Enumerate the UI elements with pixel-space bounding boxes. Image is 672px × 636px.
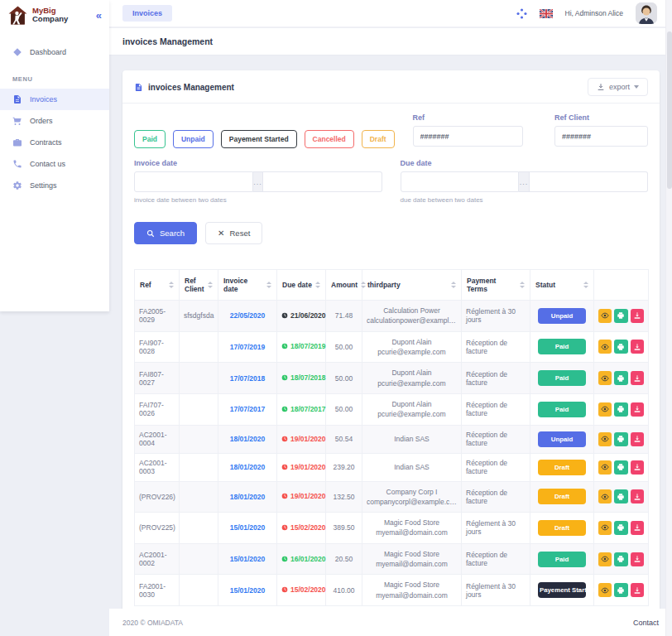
apps-grid-icon[interactable] xyxy=(516,8,527,19)
status-badge: Paid xyxy=(538,552,586,567)
view-button[interactable] xyxy=(598,489,612,504)
download-button[interactable] xyxy=(631,371,644,385)
print-button[interactable] xyxy=(614,460,627,475)
column-header-statut[interactable]: Statut xyxy=(530,270,594,301)
filter-chip-cancelled[interactable]: Cancelled xyxy=(305,130,354,148)
view-button[interactable] xyxy=(598,402,612,417)
search-button[interactable]: Search xyxy=(134,222,197,244)
footer-contact-link[interactable]: Contact xyxy=(633,619,659,627)
print-button[interactable] xyxy=(614,521,627,535)
table-row: FA2001-003015/01/202015/02/2020410.00Mag… xyxy=(135,575,649,606)
clock-icon xyxy=(281,493,288,499)
filter-chip-draft[interactable]: Draft xyxy=(362,130,395,148)
print-button[interactable] xyxy=(614,432,627,446)
topbar-tab-invoices[interactable]: Invoices xyxy=(122,5,172,22)
sidebar-item-orders[interactable]: Orders xyxy=(0,110,109,132)
filter-chip-paid[interactable]: Paid xyxy=(134,130,166,148)
briefcase-icon xyxy=(12,137,22,147)
filter-chip-unpaid[interactable]: Unpaid xyxy=(173,130,214,148)
company-logo-icon xyxy=(7,5,28,26)
view-button[interactable] xyxy=(598,371,612,385)
cell-ref: FA2005-0029 xyxy=(135,301,180,332)
due-date-range-separator[interactable]: ... xyxy=(519,171,529,192)
cell-payment-terms: Réception de facture xyxy=(462,425,530,453)
invoice-date-from-input[interactable] xyxy=(134,171,253,192)
print-button[interactable] xyxy=(614,340,627,354)
download-button[interactable] xyxy=(631,489,644,504)
view-button[interactable] xyxy=(598,521,612,535)
user-avatar[interactable] xyxy=(636,2,657,24)
column-header-thirdparty[interactable]: thirdparty xyxy=(362,270,462,301)
sidebar-item-contact-us[interactable]: Contact us xyxy=(0,153,109,175)
column-header-amount[interactable]: Amount xyxy=(326,270,362,301)
sidebar-item-settings[interactable]: Settings xyxy=(0,175,109,196)
download-button[interactable] xyxy=(631,583,644,597)
cell-due-date: 21/06/2020 xyxy=(277,301,326,332)
cell-payment-terms: Réception de facture xyxy=(462,543,530,575)
view-button[interactable] xyxy=(598,309,612,323)
cell-invoice-date: 15/01/2020 xyxy=(218,513,277,544)
status-badge: Unpaid xyxy=(538,308,586,324)
clock-icon xyxy=(281,312,288,319)
ref-client-input[interactable] xyxy=(554,126,648,147)
cell-amount: 132.50 xyxy=(326,481,362,513)
sidebar-item-label: Contracts xyxy=(30,138,62,147)
print-button[interactable] xyxy=(614,489,627,504)
view-button[interactable] xyxy=(598,432,612,446)
due-date-to-input[interactable] xyxy=(530,171,648,192)
column-header-payment-terms[interactable]: Payment Terms xyxy=(462,270,530,301)
sidebar-collapse-icon[interactable]: « xyxy=(96,10,102,21)
column-header-ref[interactable]: Ref xyxy=(135,270,180,301)
column-header-invoice-date[interactable]: Invoice date xyxy=(218,270,277,301)
export-label: export xyxy=(609,83,630,91)
view-button[interactable] xyxy=(598,583,612,597)
export-button[interactable]: export xyxy=(588,78,648,96)
invoice-date-range-separator[interactable]: ... xyxy=(253,171,263,192)
column-header-ref-client[interactable]: Ref Client xyxy=(180,270,218,301)
print-button[interactable] xyxy=(614,402,627,417)
print-button[interactable] xyxy=(614,552,627,566)
sidebar-item-contracts[interactable]: Contracts xyxy=(0,132,109,153)
table-row: AC2001-000215/01/202016/01/202020.50Magi… xyxy=(135,543,649,575)
download-button[interactable] xyxy=(631,552,644,566)
table-row: (PROV225)15/01/202015/02/2020389.50Magic… xyxy=(135,513,649,544)
download-button[interactable] xyxy=(631,309,644,323)
download-button[interactable] xyxy=(631,460,644,475)
vertical-scrollbar[interactable] xyxy=(665,0,672,636)
download-button[interactable] xyxy=(631,340,644,354)
sort-icon xyxy=(580,282,588,288)
status-badge: Paid xyxy=(538,402,586,417)
print-button[interactable] xyxy=(614,583,627,597)
view-button[interactable] xyxy=(598,460,612,475)
due-date-from-input[interactable] xyxy=(401,171,520,192)
cell-actions xyxy=(594,331,649,363)
page-title-bar: invoices Management xyxy=(109,28,672,55)
ref-input[interactable] xyxy=(413,126,523,147)
cell-thirdparty: Company Corp Icompanycorpl@example.com xyxy=(362,481,462,513)
invoice-date-hint: invoice date between two dates xyxy=(134,196,382,204)
cell-status: Unpaid xyxy=(530,425,594,453)
sidebar-item-dashboard[interactable]: Dashboard xyxy=(0,41,109,63)
due-date-label: Due date xyxy=(401,159,649,167)
invoice-date-to-input[interactable] xyxy=(263,171,382,192)
language-flag-icon[interactable] xyxy=(540,9,553,18)
reset-button[interactable]: ✕ Reset xyxy=(205,222,262,244)
filter-chip-payement-started[interactable]: Payement Started xyxy=(221,130,297,148)
column-header-due-date[interactable]: Due date xyxy=(277,270,326,301)
print-button[interactable] xyxy=(614,371,627,385)
sidebar-nav: Dashboard MENU InvoicesOrdersContractsCo… xyxy=(0,41,109,196)
sort-icon xyxy=(166,282,174,288)
ref-label: Ref xyxy=(413,113,523,122)
print-button[interactable] xyxy=(614,309,627,323)
sidebar-item-invoices[interactable]: Invoices xyxy=(0,89,109,110)
download-button[interactable] xyxy=(631,521,644,535)
download-button[interactable] xyxy=(631,432,644,446)
cell-status: Draft xyxy=(530,513,594,544)
download-button[interactable] xyxy=(631,402,644,417)
scrollbar-thumb[interactable] xyxy=(667,31,672,189)
view-button[interactable] xyxy=(598,340,612,354)
view-button[interactable] xyxy=(598,552,612,566)
cell-thirdparty: Indian SAS xyxy=(362,453,462,481)
invoice-date-group: Invoice date ... invoice date between tw… xyxy=(134,159,382,204)
ref-client-group: Ref Client xyxy=(554,113,648,148)
